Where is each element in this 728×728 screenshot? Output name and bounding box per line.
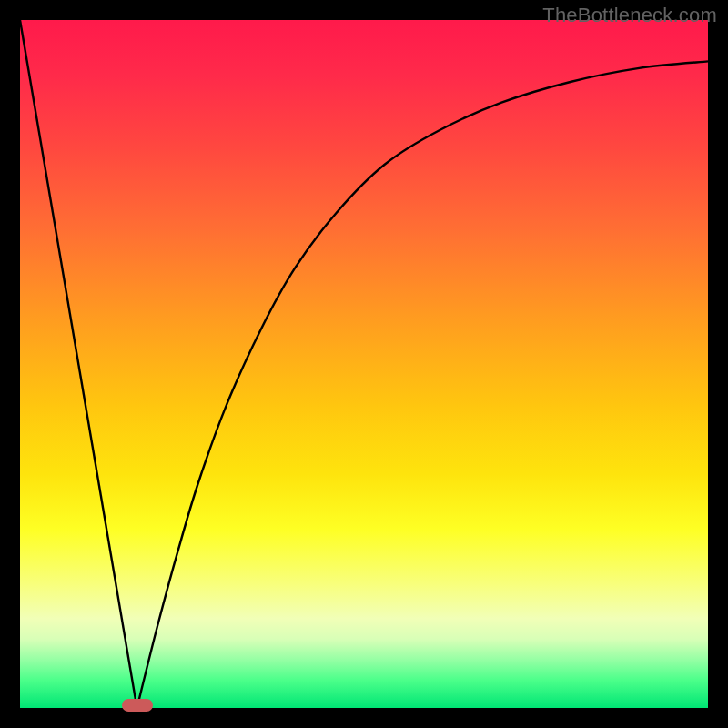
chart-frame: TheBottleneck.com <box>0 0 728 728</box>
curve-right <box>137 61 709 708</box>
optimal-marker <box>122 699 153 712</box>
plot-area <box>20 20 708 708</box>
curve-left <box>20 20 137 708</box>
bottleneck-curve <box>20 20 708 708</box>
watermark-text: TheBottleneck.com <box>542 4 717 27</box>
